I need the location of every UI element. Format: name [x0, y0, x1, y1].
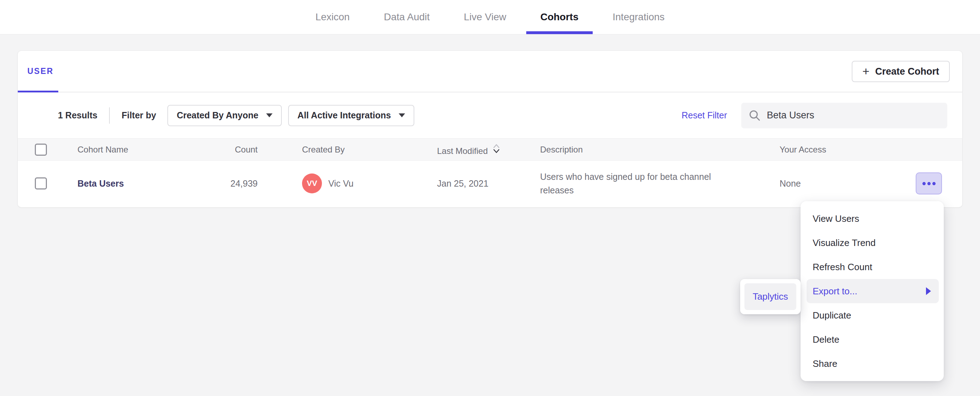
header-last-modified-label: Last Modified	[437, 146, 488, 156]
nav-item-cohorts[interactable]: Cohorts	[539, 0, 580, 34]
integrations-dropdown-value: All Active Integrations	[298, 110, 391, 120]
row-actions-button[interactable]	[916, 172, 942, 195]
triangle-right-icon	[926, 287, 931, 295]
header-description: Description	[540, 145, 780, 155]
header-your-access: Your Access	[780, 145, 888, 155]
cohort-name-link[interactable]: Beta Users	[78, 179, 213, 189]
menu-item-share[interactable]: Share	[800, 351, 944, 376]
filter-by-label: Filter by	[121, 110, 156, 120]
tab-user-underline	[18, 91, 58, 93]
created-by-name: Vic Vu	[328, 179, 353, 189]
menu-item-view-users[interactable]: View Users	[800, 206, 944, 231]
results-count: 1 Results	[58, 110, 97, 120]
nav-item-data-audit[interactable]: Data Audit	[382, 0, 431, 34]
menu-item-duplicate[interactable]: Duplicate	[800, 303, 944, 327]
nav-item-live-view[interactable]: Live View	[462, 0, 508, 34]
search-icon	[748, 109, 761, 122]
your-access-value: None	[780, 179, 888, 189]
filter-toolbar: 1 Results Filter by Created By Anyone Al…	[18, 93, 962, 138]
cohort-description: Users who have signed up for beta channe…	[540, 170, 746, 197]
ellipsis-icon	[928, 182, 931, 185]
chevron-down-icon	[399, 113, 405, 117]
row-actions-menu: View Users Visualize Trend Refresh Count…	[800, 201, 944, 381]
created-by-dropdown[interactable]: Created By Anyone	[167, 105, 282, 126]
create-cohort-label: Create Cohort	[875, 66, 939, 77]
menu-item-visualize-trend[interactable]: Visualize Trend	[800, 231, 944, 255]
header-last-modified[interactable]: Last Modified	[437, 143, 540, 156]
submenu-item-taplytics[interactable]: Taplytics	[745, 283, 796, 310]
menu-item-delete[interactable]: Delete	[800, 327, 944, 351]
nav-item-integrations[interactable]: Integrations	[611, 0, 666, 34]
search-box	[741, 103, 947, 128]
cohort-type-tabs: USER + Create Cohort	[18, 51, 962, 93]
menu-item-refresh-count[interactable]: Refresh Count	[800, 255, 944, 279]
menu-item-export-to-label: Export to...	[813, 286, 858, 297]
header-created-by: Created By	[258, 145, 437, 155]
sort-icon	[492, 143, 501, 154]
export-submenu: Taplytics	[740, 279, 800, 314]
search-input[interactable]	[767, 110, 940, 121]
create-cohort-button[interactable]: + Create Cohort	[852, 61, 950, 82]
vertical-divider	[109, 107, 110, 124]
table-header: Cohort Name Count Created By Last Modifi…	[18, 138, 962, 161]
row-checkbox[interactable]	[35, 177, 47, 190]
menu-item-export-to[interactable]: Export to...	[807, 279, 939, 303]
chevron-down-icon	[266, 113, 272, 117]
ellipsis-icon	[932, 182, 935, 185]
tab-user[interactable]: USER	[27, 51, 54, 92]
header-cohort-name: Cohort Name	[78, 145, 213, 155]
table-row: Beta Users 24,939 VV Vic Vu Jan 25, 2021…	[18, 161, 962, 206]
integrations-dropdown[interactable]: All Active Integrations	[288, 105, 414, 126]
top-navigation: Lexicon Data Audit Live View Cohorts Int…	[0, 0, 980, 35]
last-modified-date: Jan 25, 2021	[437, 179, 540, 189]
created-by-dropdown-value: Created By Anyone	[177, 110, 258, 120]
nav-item-lexicon[interactable]: Lexicon	[314, 0, 352, 34]
ellipsis-icon	[923, 182, 926, 185]
header-count: Count	[213, 145, 258, 155]
cohort-count: 24,939	[213, 179, 258, 189]
reset-filter-link[interactable]: Reset Filter	[681, 110, 727, 120]
avatar: VV	[302, 174, 322, 193]
plus-icon: +	[862, 65, 870, 77]
select-all-checkbox[interactable]	[35, 144, 47, 156]
cohorts-card: USER + Create Cohort 1 Results Filter by…	[18, 51, 962, 207]
